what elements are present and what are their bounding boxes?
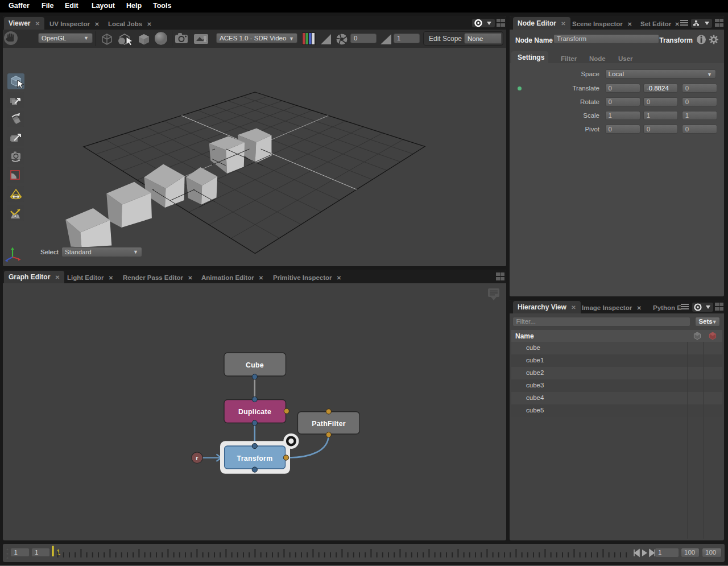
svg-text:Cube: Cube: [246, 361, 264, 369]
svg-text:Transform: Transform: [237, 455, 273, 462]
svg-text:1: 1: [56, 548, 60, 556]
svg-text:PathFilter: PathFilter: [312, 420, 346, 428]
svg-text:r: r: [196, 455, 198, 461]
svg-text:Duplicate: Duplicate: [238, 408, 271, 416]
